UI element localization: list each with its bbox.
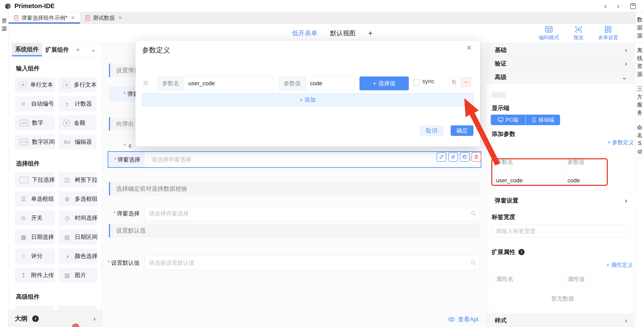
cancel-button[interactable]: 取消 xyxy=(420,125,443,136)
component-menu-icon[interactable]: ≡ xyxy=(77,47,79,52)
component-card-checkbox-group[interactable]: ≣多选框组 xyxy=(58,191,98,206)
tab-default-view[interactable]: 默认视图 xyxy=(330,29,356,38)
outline-label: 大纲 xyxy=(15,314,28,323)
accordion-basic[interactable]: 基础 › xyxy=(486,43,636,57)
rail-item-offline-resource[interactable]: 离线资源 xyxy=(636,43,644,82)
chevron-down-icon[interactable]: ⌄ xyxy=(91,46,96,53)
code-mode-button[interactable]: 编码模式 xyxy=(539,26,559,41)
component-card-date-range[interactable]: ▤日期区间 xyxy=(58,230,98,244)
component-card-auto-number[interactable]: #自动编号 xyxy=(15,96,55,111)
rail-item-datasource[interactable]: 数据源 xyxy=(636,12,644,43)
nav-back-icon[interactable]: ‹ xyxy=(604,2,607,10)
component-card-number-range[interactable]: 1~3数字区间 xyxy=(15,134,55,150)
selected-field-popup-select[interactable]: * 弹窗选择 xyxy=(108,151,481,168)
attr-define-link[interactable]: + 属性定义 xyxy=(606,261,633,268)
component-card-image[interactable]: ▨图片 xyxy=(58,268,98,283)
phone-icon xyxy=(532,117,536,122)
param-define-link[interactable]: + 参数定义 xyxy=(608,139,634,146)
delete-button[interactable] xyxy=(472,152,481,162)
accordion-advanced[interactable]: 高级 ⌄ xyxy=(486,70,636,84)
component-card-counter[interactable]: ±计数器 xyxy=(58,96,97,111)
param-table-row[interactable]: user_code code xyxy=(492,171,634,190)
left-rail: 资源 xyxy=(0,12,8,327)
pick-value-button[interactable]: + 选择值 xyxy=(360,76,409,90)
form-settings-button[interactable]: 表单设置 xyxy=(598,26,618,41)
auto-number-icon: # xyxy=(20,101,28,107)
add-view-button[interactable]: + xyxy=(368,29,372,38)
add-param-button[interactable]: + 添加 xyxy=(142,94,474,106)
param-value-header: 参数值 xyxy=(563,154,634,170)
accordion-style[interactable]: 样式 › xyxy=(486,314,636,327)
confirm-button[interactable]: 确定 xyxy=(451,125,474,136)
chevron-right-icon: › xyxy=(625,46,627,54)
popup-select-input-wrap xyxy=(147,153,478,166)
chevron-right-icon[interactable]: › xyxy=(94,315,96,322)
tab-lowcode-form[interactable]: 低开表单 xyxy=(292,29,318,38)
rail-item-named-sql[interactable]: 命名Sql xyxy=(636,120,644,159)
attr-table: 属性名 属性值 暂无数据 xyxy=(492,272,634,311)
close-icon[interactable]: × xyxy=(71,14,75,21)
document-icon xyxy=(14,15,19,21)
param-name-input[interactable] xyxy=(184,76,274,90)
link-button[interactable] xyxy=(437,152,446,162)
component-card-multi-line-text[interactable]: A多行文本 xyxy=(58,77,97,92)
mobile-side-button[interactable]: 移动端 xyxy=(526,115,560,125)
accordion-popup-settings[interactable]: 弹窗设置 › xyxy=(486,194,636,208)
component-card-file-upload[interactable]: ↥附件上传 xyxy=(15,268,55,283)
display-side-buttons: PC端 移动端 xyxy=(491,115,560,125)
save-icon[interactable] xyxy=(630,3,636,10)
rail-item-third-party-service[interactable]: 三方服务 xyxy=(636,82,644,120)
doc-tab-popup-select-example[interactable]: 弹窗选择组件示例* × xyxy=(8,12,80,24)
component-card-select[interactable]: ⌄下拉选择 xyxy=(15,172,55,188)
sync-label: sync xyxy=(422,78,434,85)
component-card-number[interactable]: 123数字 xyxy=(15,115,55,130)
field-label: * 设置默认值 xyxy=(109,259,140,267)
component-card-single-line-text[interactable]: A单行文本 xyxy=(15,77,55,92)
monitor-icon xyxy=(498,117,504,122)
document-tabbar: 弹窗选择组件示例* × 测试数据 × xyxy=(8,12,635,24)
accordion-validation[interactable]: 验证 › xyxy=(486,57,636,70)
settings-button[interactable] xyxy=(448,152,458,162)
tab-system-components[interactable]: 系统组件 xyxy=(12,43,42,56)
color-picker-icon: ◑ xyxy=(63,253,71,259)
close-icon[interactable]: × xyxy=(466,43,472,52)
component-card-rating[interactable]: ☆评分 xyxy=(15,248,55,264)
component-card-time-picker[interactable]: ◷时间选择 xyxy=(58,210,98,226)
doc-tab-test-data[interactable]: 测试数据 × xyxy=(80,12,127,24)
nav-forward-icon[interactable]: › xyxy=(617,2,620,10)
sync-checkbox[interactable] xyxy=(413,79,420,86)
component-card-switch[interactable]: ⊙开关 xyxy=(15,210,55,226)
pc-side-button[interactable]: PC端 xyxy=(491,115,526,125)
component-card-color-picker[interactable]: ◑颜色选择 xyxy=(58,248,98,264)
component-card-radio-group[interactable]: ☰单选框组 xyxy=(15,191,55,206)
copy-row-button[interactable] xyxy=(449,77,459,87)
view-api-link[interactable]: 查看Api xyxy=(448,316,478,323)
ext-attrs-title: 扩展属性 i xyxy=(492,248,524,256)
component-card-date-picker[interactable]: ▦日期选择 xyxy=(15,230,55,244)
default-value-input[interactable] xyxy=(149,260,476,266)
tree-select-icon: ◫ xyxy=(63,177,71,183)
rail-item-resources[interactable]: 资源 xyxy=(1,17,7,33)
tab-extension-components[interactable]: 扩展组件 xyxy=(42,43,72,56)
drag-handle-icon[interactable] xyxy=(142,80,149,86)
amount-icon: ¥ xyxy=(63,120,70,126)
param-value-addon: 参数值 xyxy=(279,76,305,90)
label-width-input[interactable] xyxy=(491,225,630,237)
popup-select-validate-input[interactable] xyxy=(149,210,476,217)
component-card-person-select[interactable]: ○人员选择 xyxy=(15,306,54,310)
property-inspector: 基础 › 验证 › 高级 ⌄ 显示端 PC端 xyxy=(486,43,635,327)
empty-state: 暂无数据 xyxy=(492,286,634,311)
copy-button[interactable] xyxy=(460,152,470,162)
component-card-amount[interactable]: ¥金额 xyxy=(58,115,97,130)
remove-row-button[interactable]: − xyxy=(461,77,471,87)
component-card-org-select[interactable]: 品机构选择 xyxy=(58,306,97,310)
close-icon[interactable]: × xyxy=(118,14,122,21)
param-value-input[interactable] xyxy=(305,76,355,90)
component-card-tree-select[interactable]: ◫树形下拉 xyxy=(58,172,98,188)
popup-select-input[interactable] xyxy=(152,156,474,163)
preview-button[interactable]: 预览 xyxy=(574,26,584,41)
search-icon xyxy=(471,211,476,216)
document-icon xyxy=(85,15,90,21)
outline-bar[interactable]: 大纲 i › xyxy=(8,310,102,327)
component-card-editor[interactable]: A≡编辑器 xyxy=(58,134,97,150)
